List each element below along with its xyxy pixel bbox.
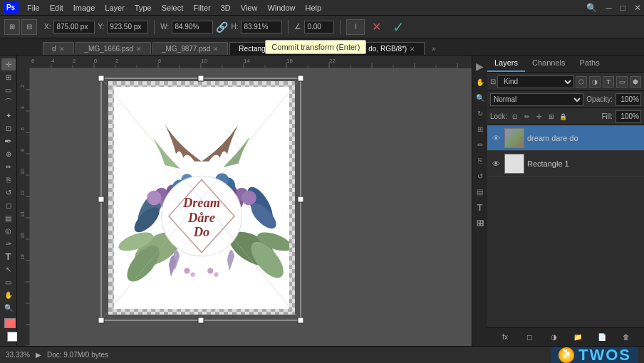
angle-field[interactable] xyxy=(304,21,334,33)
tool-mode-btn1[interactable]: ⊞ xyxy=(4,19,20,35)
tab-d[interactable]: d ✕ xyxy=(43,42,74,55)
layer-group-btn[interactable]: 📁 xyxy=(572,332,583,343)
path-select-tool[interactable]: ↖ xyxy=(1,263,16,275)
search-icon[interactable]: 🔍 xyxy=(586,3,597,13)
commit-transform-btn[interactable]: ✓ Commit transform (Enter) xyxy=(388,19,409,36)
close-icon[interactable]: ✕ xyxy=(634,3,641,13)
layer-item-1[interactable]: 👁 dream dare do xyxy=(487,125,644,151)
lasso-tool[interactable]: ⌒ xyxy=(1,97,16,109)
layer-1-eye[interactable]: 👁 xyxy=(490,132,502,144)
menu-file[interactable]: File xyxy=(23,2,44,14)
foreground-color[interactable] xyxy=(4,318,16,328)
lock-all-icon[interactable]: 🔒 xyxy=(559,112,568,122)
grid-icon[interactable]: ⊞ xyxy=(474,122,487,135)
text-tool[interactable]: T xyxy=(1,251,16,263)
y-field[interactable] xyxy=(107,21,148,33)
maximize-icon[interactable]: □ xyxy=(620,3,625,13)
filter-adjust-icon[interactable]: ◑ xyxy=(589,76,601,88)
status-arrow[interactable]: ▶ xyxy=(36,351,41,359)
svg-point-84 xyxy=(184,268,189,273)
layer-delete-btn[interactable]: 🗑 xyxy=(620,332,632,343)
x-field[interactable] xyxy=(53,21,95,33)
zoom-nav-icon[interactable]: 🔍 xyxy=(474,91,487,104)
tab-paths[interactable]: Paths xyxy=(573,56,607,72)
brush-panel-icon[interactable]: ✏ xyxy=(474,138,487,151)
layer-mask-btn[interactable]: ◻ xyxy=(524,332,535,343)
tab-close-3[interactable]: ✕ xyxy=(213,46,219,53)
hand-nav-icon[interactable]: ✋ xyxy=(474,75,487,88)
tab-close-1[interactable]: ✕ xyxy=(59,46,65,53)
menu-3d[interactable]: 3D xyxy=(217,2,235,14)
blend-mode-select[interactable]: Normal xyxy=(490,93,583,106)
w-field[interactable] xyxy=(172,21,213,33)
arrow-icon[interactable]: ▶ xyxy=(474,60,487,73)
hand-tool[interactable]: ✋ xyxy=(1,289,16,301)
eraser-tool[interactable]: ◻ xyxy=(1,199,16,211)
tab-channels[interactable]: Channels xyxy=(525,56,572,72)
menu-window[interactable]: Window xyxy=(263,2,299,14)
select-rect-tool[interactable]: ▭ xyxy=(1,84,16,96)
shape-tool[interactable]: ▭ xyxy=(1,276,16,288)
lock-position-icon[interactable]: ✛ xyxy=(534,112,544,122)
brush-tool[interactable]: ✏ xyxy=(1,161,16,173)
document-canvas[interactable]: Dream Dåre Do xyxy=(108,81,295,315)
artboard-tool[interactable]: ⊞ xyxy=(1,71,16,83)
heal-tool[interactable]: ⊕ xyxy=(1,148,16,160)
link-icon[interactable]: 🔗 xyxy=(216,21,228,33)
menu-view[interactable]: View xyxy=(237,2,262,14)
layer-item-2[interactable]: 👁 Rectangle 1 xyxy=(487,151,644,177)
cancel-transform-btn[interactable]: ✕ xyxy=(368,19,385,35)
menu-help[interactable]: Help xyxy=(301,2,326,14)
tab-overflow[interactable]: » xyxy=(427,43,440,55)
zoom-tool[interactable]: 🔍 xyxy=(1,302,16,314)
menu-image[interactable]: Image xyxy=(69,2,100,14)
menu-layer[interactable]: Layer xyxy=(100,2,129,14)
magic-wand-tool[interactable]: ✦ xyxy=(1,110,16,122)
doc-size: Doc: 9.07M/0 bytes xyxy=(47,351,108,359)
lock-paint-icon[interactable]: ✏ xyxy=(522,112,532,122)
burn-tool[interactable]: ◎ xyxy=(1,225,16,237)
rotate-icon[interactable]: ↻ xyxy=(474,107,487,120)
lock-artboard-icon[interactable]: ⊞ xyxy=(546,112,556,122)
char-panel-icon[interactable]: ꭯ xyxy=(474,216,487,229)
h-field[interactable] xyxy=(241,21,282,33)
actions-icon[interactable]: ▤ xyxy=(474,185,487,198)
filter-type-icon[interactable]: T xyxy=(603,76,614,88)
filter-kind-select[interactable]: Kind xyxy=(497,75,574,88)
lock-transparent-icon[interactable]: ⊡ xyxy=(510,112,520,122)
eyedropper-tool[interactable]: ✒ xyxy=(1,135,16,147)
tab-close-2[interactable]: ✕ xyxy=(136,46,142,53)
svg-text:14: 14 xyxy=(20,211,25,217)
layer-fx-btn[interactable]: fx xyxy=(499,332,511,343)
menu-filter[interactable]: Filter xyxy=(189,2,214,14)
filter-icons: ⬡ ◑ T ▭ ⬢ xyxy=(576,76,641,88)
tab-layers[interactable]: Layers xyxy=(487,56,525,72)
tab-mg9877[interactable]: _MG_9877.psd ✕ xyxy=(152,42,228,55)
filter-smart-icon[interactable]: ⬢ xyxy=(630,76,641,88)
menu-edit[interactable]: Edit xyxy=(46,2,68,14)
filter-shape-icon[interactable]: ▭ xyxy=(616,76,628,88)
svg-text:6: 6 xyxy=(20,127,25,130)
menu-type[interactable]: Type xyxy=(130,2,156,14)
gradient-tool[interactable]: ▤ xyxy=(1,212,16,224)
filter-pixel-icon[interactable]: ⬡ xyxy=(576,76,587,88)
tab-mg1666[interactable]: _MG_1666.psd ✕ xyxy=(76,42,151,55)
pen-tool[interactable]: ✑ xyxy=(1,238,16,250)
minimize-icon[interactable]: ─ xyxy=(606,3,612,13)
clone-panel-icon[interactable]: ⎘ xyxy=(474,154,487,167)
history-brush[interactable]: ↺ xyxy=(1,186,16,199)
fill-input[interactable] xyxy=(616,110,641,123)
tool-mode-btn2[interactable]: ⊟ xyxy=(21,19,37,35)
clone-tool[interactable]: ⎘ xyxy=(1,174,16,186)
layer-new-btn[interactable]: 📄 xyxy=(596,332,608,343)
move-tool[interactable]: ✛ xyxy=(1,58,16,70)
type-panel-icon[interactable]: T xyxy=(474,201,487,214)
layer-adjustment-btn[interactable]: ◑ xyxy=(548,332,559,343)
menu-select[interactable]: Select xyxy=(157,2,188,14)
history-icon[interactable]: ↺ xyxy=(474,169,487,182)
warp-btn[interactable]: ⌇ xyxy=(346,19,365,35)
crop-tool[interactable]: ⊡ xyxy=(1,122,16,135)
tab-close-4[interactable]: ✕ xyxy=(410,46,415,53)
opacity-input[interactable] xyxy=(616,93,641,106)
layer-2-eye[interactable]: 👁 xyxy=(490,158,502,169)
